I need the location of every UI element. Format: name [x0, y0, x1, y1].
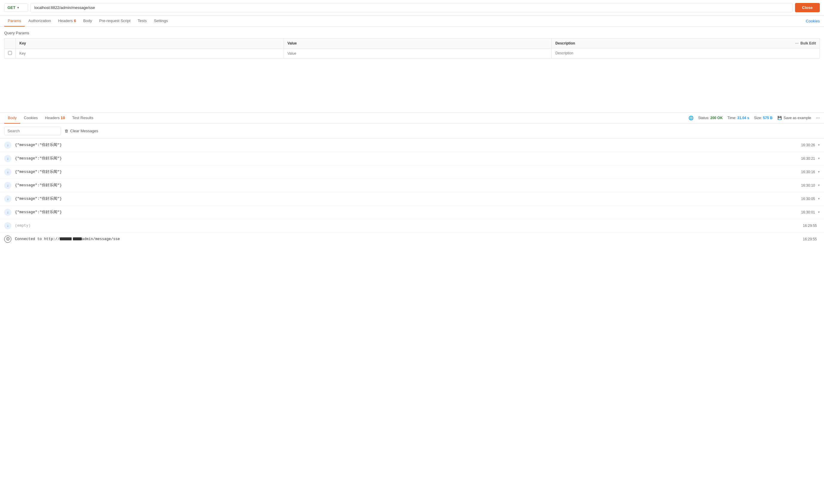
message-content: {"message":"你好乐闻"} [15, 210, 801, 215]
bulk-edit-label[interactable]: Bulk Edit [800, 41, 816, 45]
list-item: ⓘ Connected to http://admin/message/sse … [0, 232, 824, 246]
chevron-expand-icon[interactable]: ▾ [818, 157, 820, 160]
message-time: 16:29:55 [803, 224, 817, 228]
message-time: 16:30:01 [801, 210, 815, 214]
tab-authorization[interactable]: Authorization [25, 15, 55, 26]
tab-test-results[interactable]: Test Results [69, 113, 97, 124]
message-toolbar: 🗑 Clear Messages [0, 124, 824, 138]
list-item: ↓ {"message":"你好乐闻"} 16:30:10 ▾ [0, 179, 824, 192]
chevron-expand-icon[interactable]: ▾ [818, 170, 820, 174]
message-content: (empty) [15, 224, 803, 228]
more-icon: ··· [795, 41, 799, 46]
save-icon: 💾 [778, 116, 782, 120]
response-section: Body Cookies Headers 10 Test Results 🌐 S… [0, 112, 824, 246]
cookies-link[interactable]: Cookies [806, 19, 820, 23]
description-input[interactable] [555, 51, 816, 55]
message-time: 16:30:05 [801, 197, 815, 201]
status-label: Status: 200 OK [698, 116, 723, 120]
tab-settings[interactable]: Settings [150, 15, 171, 26]
clear-messages-button[interactable]: 🗑 Clear Messages [65, 129, 98, 133]
tab-response-body[interactable]: Body [4, 113, 20, 124]
query-params-section: Query Params Key Value Description ··· B… [0, 26, 824, 59]
tab-params[interactable]: Params [4, 15, 25, 26]
message-content: {"message":"你好乐闻"} [15, 169, 801, 174]
message-icon: ↓ [4, 209, 11, 216]
method-label: GET [7, 5, 15, 10]
tab-tests[interactable]: Tests [134, 15, 150, 26]
params-table: Key Value Description ··· Bulk Edit [4, 38, 820, 59]
message-icon: ↓ [4, 222, 11, 229]
message-time: 16:30:26 [801, 143, 815, 147]
message-icon: ↓ [4, 155, 11, 162]
trash-icon: 🗑 [65, 129, 68, 133]
chevron-expand-icon[interactable]: ▾ [818, 210, 820, 214]
tab-body[interactable]: Body [80, 15, 96, 26]
save-example-button[interactable]: 💾 Save as example [778, 116, 811, 120]
list-item: ↓ {"message":"你好乐闻"} 16:30:05 ▾ [0, 192, 824, 206]
chevron-expand-icon[interactable]: ▾ [818, 143, 820, 147]
size-label: Size: 575 B [754, 116, 772, 120]
response-tabs: Body Cookies Headers 10 Test Results 🌐 S… [0, 113, 824, 124]
chevron-down-icon: ▾ [17, 6, 19, 9]
response-meta: 🌐 Status: 200 OK Time: 31.04 s Size: 575… [689, 115, 820, 121]
message-content: {"message":"你好乐闻"} [15, 156, 801, 161]
value-column-header: Value [284, 38, 552, 49]
request-tabs: Params Authorization Headers 6 Body Pre-… [0, 15, 824, 26]
message-content: {"message":"你好乐闻"} [15, 142, 801, 147]
list-item: ↓ {"message":"你好乐闻"} 16:30:21 ▾ [0, 152, 824, 166]
chevron-expand-icon[interactable]: ▾ [818, 183, 820, 187]
more-options-button[interactable]: ··· [816, 115, 820, 121]
row-checkbox[interactable] [8, 51, 12, 55]
list-item: ↓ {"message":"你好乐闻"} 16:30:26 ▾ [0, 138, 824, 152]
method-selector[interactable]: GET ▾ [4, 3, 28, 12]
tab-response-cookies[interactable]: Cookies [20, 113, 41, 124]
time-label: Time: 31.04 s [728, 116, 749, 120]
chevron-expand-icon[interactable]: ▾ [818, 197, 820, 201]
message-content: {"message":"你好乐闻"} [15, 196, 801, 201]
search-input[interactable] [4, 127, 61, 135]
message-time: 16:29:55 [803, 237, 817, 241]
key-input[interactable] [19, 52, 280, 56]
url-bar: GET ▾ Close [0, 0, 824, 15]
message-content: {"message":"你好乐闻"} [15, 183, 801, 188]
tab-headers[interactable]: Headers 6 [55, 15, 80, 26]
url-input[interactable] [30, 3, 793, 12]
tab-response-headers[interactable]: Headers 10 [41, 113, 69, 124]
message-icon: ↓ [4, 195, 11, 202]
globe-icon: 🌐 [689, 116, 694, 120]
message-content: Connected to http://admin/message/sse [15, 237, 803, 241]
message-time: 16:30:16 [801, 170, 815, 174]
status-value: 200 OK [710, 116, 722, 120]
key-column-header: Key [16, 38, 284, 49]
list-item: ↓ (empty) 16:29:55 [0, 219, 824, 232]
close-button[interactable]: Close [795, 3, 820, 12]
time-value: 31.04 s [737, 116, 749, 120]
description-column-header: Description ··· Bulk Edit [552, 38, 820, 48]
size-value: 575 B [763, 116, 772, 120]
list-item: ↓ {"message":"你好乐闻"} 16:30:16 ▾ [0, 166, 824, 179]
message-time: 16:30:21 [801, 157, 815, 161]
spacer [0, 59, 824, 112]
checkbox-header [4, 38, 16, 49]
value-input[interactable] [288, 52, 548, 56]
table-row [4, 48, 820, 58]
tab-prerequest[interactable]: Pre-request Script [96, 15, 134, 26]
query-params-title: Query Params [4, 31, 820, 35]
info-icon: ⓘ [4, 235, 11, 243]
list-item: ↓ {"message":"你好乐闻"} 16:30:01 ▾ [0, 206, 824, 219]
message-icon: ↓ [4, 182, 11, 189]
message-list: ↓ {"message":"你好乐闻"} 16:30:26 ▾ ↓ {"mess… [0, 138, 824, 246]
message-time: 16:30:10 [801, 183, 815, 188]
message-icon: ↓ [4, 141, 11, 149]
message-icon: ↓ [4, 169, 11, 176]
